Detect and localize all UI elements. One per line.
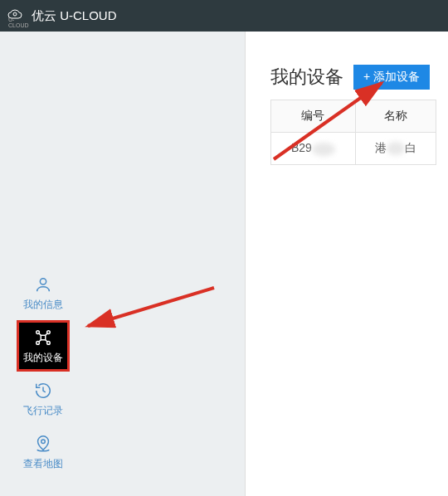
sidebar-nav: 我的信息 我的设备 [17,267,70,479]
svg-point-4 [37,341,40,344]
add-device-button[interactable]: + 添加设备 [353,65,430,90]
clock-icon [33,381,53,401]
logo: U-CLOUD 优云 U-CLOUD [7,8,117,24]
sidebar: 我的信息 我的设备 [0,32,246,496]
svg-point-11 [41,439,46,443]
svg-line-9 [39,339,41,341]
svg-point-3 [47,330,51,333]
sidebar-item-my-info[interactable]: 我的信息 [17,267,70,319]
svg-point-2 [37,330,40,333]
svg-point-0 [13,12,17,16]
table-row[interactable]: B29 港白 [271,133,436,165]
svg-point-1 [40,278,46,284]
table-header-row: 编号 名称 [271,100,436,133]
content-header: 我的设备 + 添加设备 [270,65,448,90]
col-name: 名称 [355,100,436,133]
svg-rect-6 [41,335,46,340]
app-header: U-CLOUD 优云 U-CLOUD [0,0,448,32]
page-title: 我的设备 [270,65,343,90]
drone-icon [33,328,53,348]
sidebar-item-label: 飞行记录 [23,404,63,418]
sidebar-item-label: 我的信息 [23,298,63,312]
devices-table: 编号 名称 B29 港白 [270,100,436,165]
brand-title: 优云 U-CLOUD [32,8,117,24]
col-id: 编号 [271,100,356,133]
content-area: 我的设备 + 添加设备 编号 名称 B29 港白 [246,32,448,496]
svg-line-8 [46,333,47,334]
user-icon [33,275,53,294]
svg-line-7 [39,333,41,334]
sidebar-item-flight-records[interactable]: 飞行记录 [17,373,70,425]
svg-line-10 [46,339,47,341]
sidebar-item-label: 我的设备 [23,351,63,365]
sidebar-item-view-map[interactable]: 查看地图 [17,426,70,478]
cell-name: 港白 [355,133,436,165]
cloud-logo-icon: U-CLOUD [7,8,27,23]
map-pin-icon [33,434,53,454]
sidebar-item-label: 查看地图 [23,457,63,471]
svg-point-5 [47,341,51,344]
cell-id: B29 [271,133,356,165]
logo-subtext: U-CLOUD [8,17,29,28]
main-layout: 我的信息 我的设备 [0,32,448,496]
sidebar-item-my-devices[interactable]: 我的设备 [17,320,70,372]
